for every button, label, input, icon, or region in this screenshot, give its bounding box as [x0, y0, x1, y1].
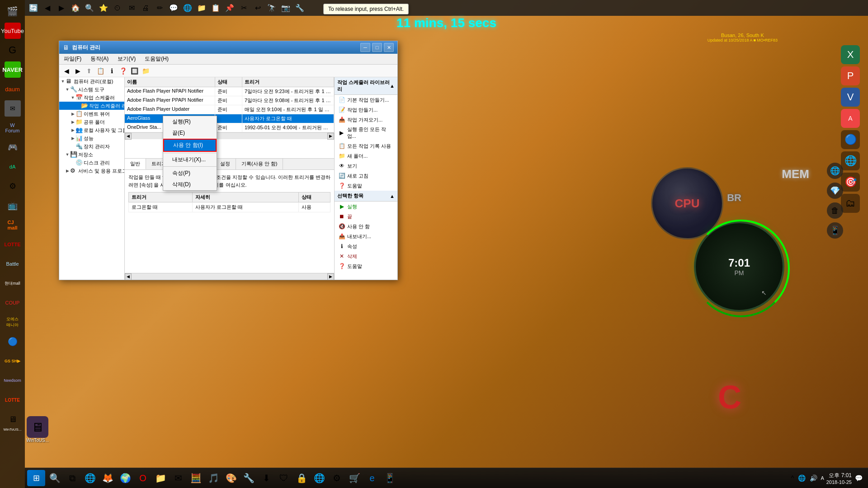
- ctx-disable[interactable]: 사용 안 함(I): [163, 139, 217, 152]
- taskbar-icon-av[interactable]: 🔒: [293, 470, 310, 486]
- toolbar-icon-edit[interactable]: ✏: [153, 2, 166, 14]
- toolbar-icon-copy[interactable]: 📋: [209, 2, 222, 14]
- taskbar-icon-calc[interactable]: 🧮: [188, 470, 204, 486]
- table-row[interactable]: Adobe Flash Player PPAPI Notifier 준비 7일마…: [125, 96, 334, 105]
- start-button[interactable]: ⊞: [27, 470, 45, 486]
- taskbar-icon-store[interactable]: 🛒: [346, 470, 363, 486]
- toolbar-icon-forward[interactable]: ▶: [55, 2, 68, 14]
- taskbar-icon-security[interactable]: 🛡: [276, 470, 292, 486]
- tree-item-services[interactable]: ▶ ⚙ 서비스 및 응용 프로그램: [59, 167, 124, 175]
- taskbar-icon-folder[interactable]: 📁: [152, 470, 169, 486]
- taskbar-icon-firefox[interactable]: 🦊: [99, 470, 116, 486]
- table-row-selected[interactable]: AeroGlass 사용자가 로그온할 때: [125, 114, 334, 123]
- toolbar-icon-star[interactable]: ⭐: [97, 2, 110, 14]
- tree-item-scheduler[interactable]: ▼ 📅 작업 스케줄러: [59, 94, 124, 102]
- taskbar-icon-browser2[interactable]: 🌐: [311, 470, 327, 486]
- tree-item-event-viewer[interactable]: ▶ 📋 이벤트 뷰어: [59, 110, 124, 118]
- ctx-end[interactable]: 끝(E): [163, 127, 217, 139]
- menu-file[interactable]: 파일(F): [61, 55, 84, 63]
- tray-notification[interactable]: 💬: [854, 474, 863, 483]
- tree-item-shared-folders[interactable]: ▶ 📁 공유 폴더: [59, 118, 124, 126]
- clock-widget[interactable]: 7:01 PM ↖: [694, 221, 784, 312]
- tab-history[interactable]: 기록(사용 안 함): [236, 159, 283, 169]
- taskbar-icon-paint[interactable]: 🎨: [223, 470, 239, 486]
- right-action-stop[interactable]: ⏹ 끝: [335, 211, 397, 221]
- visio-icon[interactable]: V: [841, 88, 860, 107]
- right-action-disable[interactable]: 🔇 사용 안 함: [335, 221, 397, 231]
- toolbar-icon-camera[interactable]: 📷: [279, 2, 292, 14]
- sm-icon-4[interactable]: 📱: [827, 222, 843, 239]
- taskbar-icon-app[interactable]: 📱: [382, 470, 398, 486]
- trigger-row[interactable]: 로그온할 때 사용자가 로그온할 때 사용: [129, 202, 330, 212]
- sidebar-item-email[interactable]: ✉: [2, 99, 24, 117]
- taskbar-icon-chrome[interactable]: 🌍: [117, 470, 133, 486]
- tree-item-users[interactable]: ▶ 👥 로컬 사용자 및 그룹: [59, 126, 124, 134]
- desktop-icon-wintous[interactable]: 🖥 WinToUS...: [26, 416, 49, 443]
- maximize-button[interactable]: □: [372, 43, 382, 52]
- taskbar-icon-taskview[interactable]: ⧉: [64, 470, 80, 486]
- sidebar-item-daum[interactable]: daum: [2, 80, 24, 98]
- mem-widget[interactable]: MEM: [782, 167, 809, 181]
- minimize-button[interactable]: ─: [360, 43, 370, 52]
- toolbar-icon-search[interactable]: 🔍: [83, 2, 96, 14]
- taskbar-clock[interactable]: 오후 7:01 2018-10-25: [826, 472, 852, 485]
- right-section-collapse[interactable]: ▲: [390, 83, 395, 89]
- sidebar-item-settings[interactable]: ⚙: [2, 177, 24, 195]
- right-action-props[interactable]: ℹ 속성: [335, 241, 397, 251]
- right-action-view[interactable]: 👁 보기: [335, 161, 397, 171]
- tree-item-device-manager[interactable]: 🔩 장치 관리자: [59, 142, 124, 150]
- toolbar-show-btn[interactable]: 📋: [95, 66, 105, 76]
- tree-item-storage[interactable]: ▼ 💾 저장소: [59, 150, 124, 159]
- tray-sound[interactable]: 🔊: [809, 474, 818, 483]
- right-action-refresh[interactable]: 🔄 새로 고침: [335, 171, 397, 181]
- taskbar-icon-tools[interactable]: 🔧: [241, 470, 257, 486]
- tray-chevron[interactable]: ^: [790, 474, 795, 483]
- tray-network[interactable]: 🌐: [797, 474, 807, 483]
- detail-scroll-left[interactable]: ◀: [125, 273, 132, 280]
- taskbar-icon-edge[interactable]: e: [364, 470, 380, 486]
- sidebar-item-needsom[interactable]: Needsom: [2, 371, 24, 389]
- sidebar-item-coupang[interactable]: COUP: [2, 294, 24, 312]
- right-action-new-folder[interactable]: 📁 새 폴더...: [335, 151, 397, 161]
- toolbar-info-btn[interactable]: ℹ: [107, 66, 117, 76]
- horizontal-scrollbar[interactable]: ◀ ▶: [125, 132, 334, 139]
- right-action-help1[interactable]: ❓ 도움말: [335, 181, 397, 191]
- sm-icon-2[interactable]: 💎: [827, 183, 843, 199]
- toolbar-icon-globe[interactable]: 🌐: [181, 2, 194, 14]
- sidebar-item-lotte[interactable]: LOTTE: [2, 235, 24, 253]
- table-row[interactable]: OneDrive Sta... 준비 1992-05-01 오전 4:00에 -…: [125, 123, 334, 132]
- toolbar-back-btn[interactable]: ◀: [61, 66, 71, 76]
- taskbar-icon-download[interactable]: ⬇: [258, 470, 274, 486]
- sidebar-item-cjmall[interactable]: CJmall: [2, 216, 24, 234]
- ctx-delete[interactable]: 삭제(D): [163, 179, 217, 190]
- table-row[interactable]: Adobe Flash Player Updater 준비 매일 오전 9:10…: [125, 105, 334, 114]
- toolbar-icon-print[interactable]: 🖨: [139, 2, 152, 14]
- sidebar-item-google[interactable]: G: [2, 41, 24, 59]
- detail-scroll-right[interactable]: ▶: [327, 273, 334, 280]
- app4-icon[interactable]: 🗂: [841, 194, 860, 213]
- detail-horizontal-scrollbar[interactable]: ◀ ▶: [125, 273, 334, 280]
- menu-view[interactable]: 보기(V): [115, 55, 138, 63]
- taskbar-icon-misc[interactable]: ⚙: [329, 470, 345, 486]
- sidebar-item-hyundai[interactable]: 현대mall: [2, 274, 24, 292]
- menu-action[interactable]: 동작(A): [88, 55, 111, 63]
- ctx-run[interactable]: 실행(R): [163, 116, 217, 127]
- toolbar-icon-cut[interactable]: ✂: [237, 2, 250, 14]
- toolbar-forward-btn[interactable]: ▶: [73, 66, 83, 76]
- sm-icon-1[interactable]: 🌐: [827, 163, 843, 179]
- toolbar-icon-undo[interactable]: ↩: [251, 2, 264, 14]
- right-action-delete[interactable]: ✕ 삭제: [335, 251, 397, 261]
- taskbar-icon-opera[interactable]: O: [135, 470, 151, 486]
- toolbar-icon-tools[interactable]: 🔧: [293, 2, 306, 14]
- toolbar-icon-discuss[interactable]: 💬: [167, 2, 180, 14]
- tree-item-disk[interactable]: 💿 디스크 관리: [59, 159, 124, 167]
- tree-item-computer[interactable]: ▼ 🖥 컴퓨터 관리(로컬): [59, 77, 124, 85]
- taskbar-icon-media[interactable]: 🎵: [205, 470, 222, 486]
- window-titlebar[interactable]: 🖥 컴퓨터 관리 ─ □ ✕: [59, 41, 397, 54]
- sidebar-item-battle[interactable]: Battle: [2, 255, 24, 273]
- tab-general[interactable]: 일반: [125, 159, 146, 169]
- toolbar-icon-zoomin[interactable]: 🔭: [265, 2, 278, 14]
- sm-icon-3[interactable]: 🗑: [827, 202, 843, 219]
- app1-icon[interactable]: 🔵: [841, 130, 860, 149]
- right-action-export[interactable]: 📤 내보내기...: [335, 231, 397, 241]
